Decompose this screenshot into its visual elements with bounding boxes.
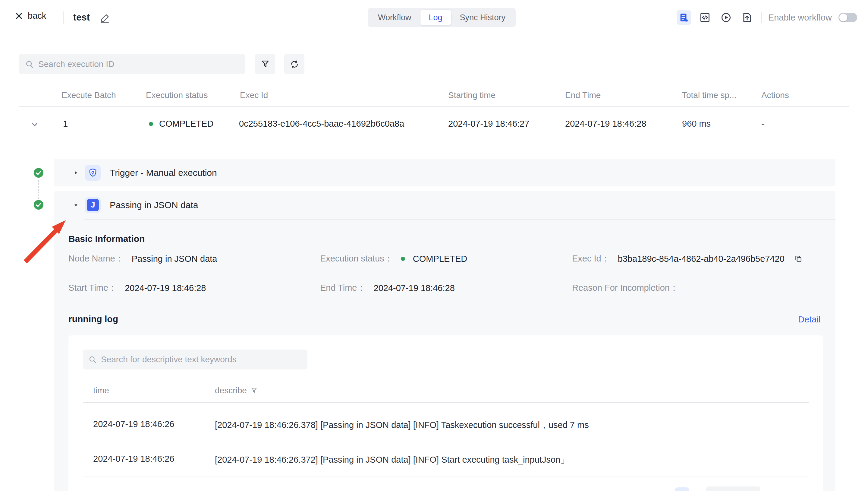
field-label: Reason For Incompletion： bbox=[572, 282, 678, 294]
filter-button[interactable] bbox=[255, 54, 275, 74]
describe-filter-icon[interactable] bbox=[250, 387, 258, 394]
timeline-connector bbox=[38, 180, 39, 199]
cell-total-time: 960 ms bbox=[682, 119, 711, 129]
field-end-time: End Time： 2024-07-19 18:46:28 bbox=[320, 282, 455, 294]
status-dot bbox=[401, 257, 405, 261]
log-panel-button[interactable] bbox=[677, 10, 691, 25]
search-icon bbox=[25, 60, 34, 69]
toggle-knob bbox=[839, 13, 847, 21]
copy-icon bbox=[794, 255, 803, 263]
edit-icon bbox=[99, 13, 112, 24]
cell-exec-id: 0c255183-e106-4cc5-baae-41692b6c0a8a bbox=[239, 119, 404, 129]
code-icon bbox=[699, 12, 711, 23]
workflow-title: test bbox=[73, 12, 90, 23]
node-header-divider bbox=[84, 219, 835, 220]
log-search bbox=[83, 350, 307, 370]
tab-workflow[interactable]: Workflow bbox=[370, 10, 420, 25]
expand-row-chevron[interactable] bbox=[30, 120, 39, 129]
chevron-down-icon bbox=[30, 120, 39, 129]
col-actions: Actions bbox=[761, 90, 789, 100]
field-execution-status: Execution status： COMPLETED bbox=[320, 253, 467, 265]
detail-link[interactable]: Detail bbox=[798, 315, 820, 324]
cell-status: COMPLETED bbox=[159, 119, 213, 129]
node-label: Trigger - Manual execution bbox=[110, 168, 217, 178]
json-node-icon: J bbox=[87, 199, 99, 211]
log-col-describe-label: describe bbox=[215, 386, 247, 395]
log-row-describe: [2024-07-19 18:46:26.372] [Passing in JS… bbox=[215, 454, 569, 466]
edit-title-button[interactable] bbox=[99, 12, 112, 24]
field-reason: Reason For Incompletion： bbox=[572, 282, 686, 294]
refresh-icon bbox=[290, 59, 299, 69]
field-start-time: Start Time： 2024-07-19 18:46:28 bbox=[68, 282, 206, 294]
field-label: Node Name： bbox=[68, 253, 124, 265]
node-row-trigger[interactable]: Trigger - Manual execution bbox=[54, 159, 835, 186]
node-detail-panel: J Passing in JSON data Basic Information… bbox=[54, 191, 835, 491]
run-icon bbox=[720, 12, 732, 23]
log-col-time-label: time bbox=[93, 386, 109, 395]
view-tabs: Workflow Log Sync History bbox=[368, 8, 516, 27]
export-button[interactable] bbox=[740, 10, 754, 25]
log-row-divider bbox=[83, 476, 809, 477]
table-row-divider bbox=[19, 142, 849, 142]
basic-information-heading: Basic Information bbox=[68, 234, 145, 244]
shield-icon bbox=[88, 168, 98, 178]
execution-search-input[interactable] bbox=[38, 59, 239, 69]
col-exec-id: Exec Id bbox=[240, 90, 268, 100]
field-node-name: Node Name： Passing in JSON data bbox=[68, 253, 217, 265]
log-row-time: 2024-07-19 18:46:26 bbox=[93, 454, 174, 464]
workflow-log-page: back test Workflow Log Sync History bbox=[0, 0, 868, 491]
close-icon bbox=[14, 11, 24, 21]
refresh-button[interactable] bbox=[284, 54, 304, 74]
node-success-check-icon bbox=[33, 200, 44, 210]
running-log-card: time describe 2024-07-19 18:46:26 [2024-… bbox=[68, 336, 823, 491]
log-col-time: time bbox=[93, 386, 109, 395]
caret-down-icon[interactable] bbox=[72, 202, 80, 208]
execution-search bbox=[19, 54, 245, 74]
back-label: back bbox=[28, 11, 46, 21]
field-value: 2024-07-19 18:46:28 bbox=[374, 283, 455, 293]
table-header-divider bbox=[19, 106, 849, 107]
tab-sync-history[interactable]: Sync History bbox=[452, 10, 514, 25]
json-node-icon-wrap: J bbox=[85, 197, 101, 213]
col-end-time: End Time bbox=[565, 90, 601, 100]
running-log-heading: running log bbox=[68, 314, 118, 324]
field-value: COMPLETED bbox=[413, 254, 467, 264]
log-header-divider bbox=[83, 402, 809, 403]
pagination-page-button[interactable] bbox=[675, 487, 689, 491]
copy-exec-id-button[interactable] bbox=[794, 255, 803, 263]
node-success-check-icon bbox=[33, 168, 44, 178]
cell-actions: - bbox=[761, 119, 764, 129]
field-value: Passing in JSON data bbox=[132, 254, 217, 264]
node-row-json[interactable]: J Passing in JSON data bbox=[54, 191, 835, 219]
enable-workflow-toggle[interactable] bbox=[838, 13, 857, 22]
cell-batch: 1 bbox=[63, 119, 68, 129]
log-search-input[interactable] bbox=[100, 354, 302, 365]
tab-log[interactable]: Log bbox=[421, 10, 451, 25]
field-value: 2024-07-19 18:46:28 bbox=[125, 283, 206, 293]
field-value: b3ba189c-854a-4862-ab40-2a496b5e7420 bbox=[618, 254, 784, 264]
log-row-describe: [2024-07-19 18:46:26.378] [Passing in JS… bbox=[215, 419, 589, 431]
log-panel-icon bbox=[679, 12, 689, 23]
code-view-button[interactable] bbox=[698, 10, 712, 25]
back-button[interactable]: back bbox=[14, 11, 46, 21]
enable-workflow-label: Enable workflow bbox=[768, 13, 832, 23]
export-icon bbox=[741, 12, 753, 23]
field-exec-id: Exec Id： b3ba189c-854a-4862-ab40-2a496b5… bbox=[572, 253, 803, 265]
topbar-divider bbox=[63, 11, 64, 24]
node-label: Passing in JSON data bbox=[110, 200, 198, 210]
search-icon bbox=[88, 355, 97, 364]
caret-right-icon[interactable] bbox=[72, 170, 80, 176]
col-total-time: Total time sp... bbox=[682, 90, 737, 100]
status-dot bbox=[149, 122, 153, 126]
cell-starting-time: 2024-07-19 18:46:27 bbox=[448, 119, 529, 129]
field-label: Execution status： bbox=[320, 253, 393, 265]
trigger-icon-wrap bbox=[85, 165, 101, 181]
pagination-size-select[interactable] bbox=[706, 487, 761, 491]
field-label: End Time： bbox=[320, 282, 366, 294]
run-workflow-button[interactable] bbox=[719, 10, 733, 25]
col-execution-status: Execution status bbox=[146, 90, 208, 100]
filter-icon bbox=[260, 59, 270, 69]
col-starting-time: Starting time bbox=[448, 90, 495, 100]
log-row-time: 2024-07-19 18:46:26 bbox=[93, 419, 174, 429]
topbar-actions: Enable workflow bbox=[677, 10, 857, 25]
